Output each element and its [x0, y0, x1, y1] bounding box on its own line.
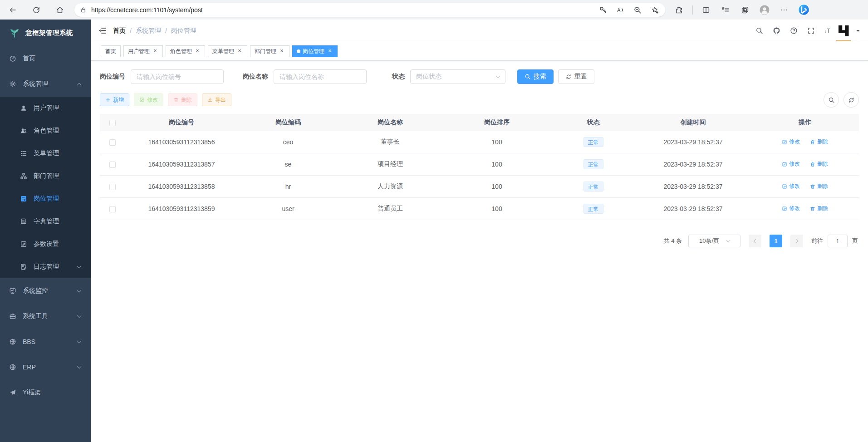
row-delete-link[interactable]: 删除 — [810, 182, 828, 190]
cell-post-sort: 100 — [442, 183, 551, 190]
table-body: 1641030593112313856 ceo 董事长 100 正常 2023-… — [100, 131, 859, 220]
bing-icon[interactable] — [797, 4, 810, 16]
sidebar-item-参数设置[interactable]: 参数设置 — [0, 233, 91, 255]
github-icon[interactable] — [773, 27, 780, 34]
sidebar-item-系统监控[interactable]: 系统监控 — [0, 278, 91, 304]
browser-nav-icons — [6, 4, 66, 16]
split-screen-icon[interactable] — [700, 4, 712, 16]
breadcrumb-home[interactable]: 首页 — [113, 27, 126, 35]
row-checkbox[interactable] — [109, 162, 116, 168]
status-badge: 正常 — [584, 204, 603, 214]
user-menu[interactable] — [836, 23, 860, 39]
close-icon[interactable] — [279, 48, 285, 54]
chevron-icon — [77, 339, 82, 343]
close-icon[interactable] — [152, 48, 158, 54]
sidebar-item-BBS[interactable]: BBS — [0, 329, 91, 354]
user-icon — [20, 104, 27, 112]
trash-icon — [810, 139, 815, 145]
page-size-select[interactable]: 10条/页 — [688, 235, 740, 247]
tab-菜单管理[interactable]: 菜单管理 — [208, 45, 247, 57]
extensions-icon[interactable] — [673, 4, 686, 16]
prev-page-button[interactable] — [749, 235, 761, 247]
tab-岗位管理[interactable]: 岗位管理 — [292, 45, 338, 57]
row-checkbox[interactable] — [109, 139, 116, 146]
next-page-button[interactable] — [790, 235, 803, 247]
sidebar-item-系统工具[interactable]: 系统工具 — [0, 304, 91, 329]
row-delete-link[interactable]: 删除 — [810, 138, 828, 146]
page-number-current[interactable]: 1 — [770, 235, 782, 247]
avatar[interactable] — [836, 23, 852, 39]
address-bar[interactable]: https://ccnetcore.com:1101/system/post A — [74, 3, 665, 17]
font-size-icon[interactable]: tT — [824, 27, 832, 34]
row-edit-link[interactable]: 修改 — [782, 182, 800, 190]
status-select[interactable]: 岗位状态 — [410, 69, 505, 84]
more-icon[interactable] — [778, 4, 790, 16]
goto-page-input[interactable] — [828, 235, 848, 247]
tab-首页[interactable]: 首页 — [101, 45, 121, 57]
sidebar-item-ERP[interactable]: ERP — [0, 354, 91, 380]
sidebar-item-系统管理[interactable]: 系统管理 — [0, 71, 91, 97]
close-icon[interactable] — [327, 48, 333, 54]
status-badge: 正常 — [584, 159, 603, 169]
read-aloud-icon[interactable]: A — [615, 5, 625, 15]
sidebar-item-首页[interactable]: 首页 — [0, 46, 91, 71]
sidebar-item-菜单管理[interactable]: 菜单管理 — [0, 142, 91, 165]
navbar: 首页 / 系统管理 / 岗位管理 tT — [91, 20, 868, 42]
sidebar-item-角色管理[interactable]: 角色管理 — [0, 119, 91, 142]
url-text[interactable]: https://ccnetcore.com:1101/system/post — [91, 6, 598, 14]
search-icon[interactable] — [755, 27, 763, 34]
app-logo[interactable]: 意框架管理系统 — [0, 20, 91, 46]
home-icon[interactable] — [54, 4, 66, 16]
sidebar-item-部门管理[interactable]: 部门管理 — [0, 165, 91, 187]
zoom-out-icon[interactable] — [633, 5, 642, 15]
refresh-icon[interactable] — [30, 4, 43, 16]
close-icon[interactable] — [236, 48, 243, 54]
favorite-add-icon[interactable] — [650, 5, 660, 15]
chevron-left-icon — [754, 239, 758, 243]
key-icon[interactable] — [598, 5, 608, 15]
close-icon[interactable] — [194, 48, 201, 54]
sidebar-item-用户管理[interactable]: 用户管理 — [0, 97, 91, 119]
sidebar-item-日志管理[interactable]: 日志管理 — [0, 255, 91, 278]
col-post-code: 岗位编码 — [238, 118, 338, 127]
refresh-table-button[interactable] — [843, 92, 859, 108]
back-icon[interactable] — [6, 4, 19, 16]
select-all-checkbox[interactable] — [109, 120, 116, 126]
question-icon[interactable] — [790, 27, 798, 34]
tab-用户管理[interactable]: 用户管理 — [123, 45, 163, 57]
row-edit-link[interactable]: 修改 — [782, 205, 800, 212]
row-checkbox[interactable] — [109, 206, 116, 212]
monitor-icon — [9, 287, 16, 295]
export-button[interactable]: 导出 — [202, 93, 231, 106]
breadcrumb-current: 岗位管理 — [171, 27, 196, 35]
toggle-search-button[interactable] — [824, 92, 839, 108]
reset-button[interactable]: 重置 — [558, 69, 594, 84]
delete-button[interactable]: 删除 — [168, 93, 197, 106]
sidebar-item-岗位管理[interactable]: 岗位管理 — [0, 187, 91, 210]
search-button[interactable]: 搜索 — [517, 69, 554, 84]
table-row: 1641030593112313859 user 普通员工 100 正常 202… — [100, 198, 859, 220]
chevron-right-icon — [794, 239, 799, 243]
tab-部门管理[interactable]: 部门管理 — [250, 45, 289, 57]
collections-icon[interactable] — [719, 4, 732, 16]
org-tree-icon — [20, 172, 27, 180]
tab-角色管理[interactable]: 角色管理 — [166, 45, 205, 57]
edit-button[interactable]: 修改 — [134, 93, 163, 106]
trash-icon — [173, 97, 179, 103]
row-delete-link[interactable]: 删除 — [810, 160, 828, 168]
log-icon — [20, 263, 27, 270]
fullscreen-icon[interactable] — [807, 27, 815, 34]
row-edit-link[interactable]: 修改 — [782, 138, 800, 146]
row-edit-link[interactable]: 修改 — [782, 160, 800, 168]
sidebar-item-字典管理[interactable]: 字典管理 — [0, 210, 91, 233]
add-button[interactable]: 新增 — [100, 93, 129, 106]
browser-toolbar: https://ccnetcore.com:1101/system/post A — [0, 0, 868, 20]
tab-actions-icon[interactable] — [739, 4, 751, 16]
sidebar-item-Yi框架[interactable]: Yi框架 — [0, 380, 91, 405]
post-name-input[interactable] — [274, 69, 367, 84]
row-checkbox[interactable] — [109, 184, 116, 190]
row-delete-link[interactable]: 删除 — [810, 205, 828, 212]
post-code-input[interactable] — [131, 69, 224, 84]
sidebar-toggle-icon[interactable] — [98, 26, 107, 35]
profile-icon[interactable] — [758, 4, 771, 16]
